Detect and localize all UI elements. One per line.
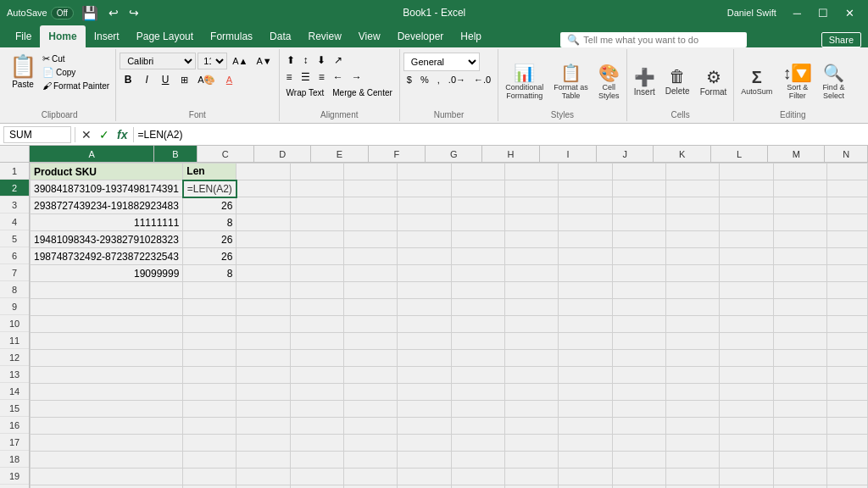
tab-home[interactable]: Home (40, 25, 85, 47)
row-header-2[interactable]: 2 (0, 180, 29, 197)
autosave-toggle[interactable]: Off (51, 7, 74, 19)
cell-b5[interactable]: 26 (183, 231, 236, 248)
cell-d1[interactable] (290, 164, 343, 180)
row-header-9[interactable]: 9 (0, 298, 29, 315)
borders-button[interactable]: ⊞ (175, 71, 192, 88)
merge-center-button[interactable]: Merge & Center (329, 86, 396, 99)
increase-decimal-button[interactable]: .0→ (445, 73, 469, 86)
row-header-20[interactable]: 20 (0, 485, 29, 488)
col-header-a[interactable]: A (30, 146, 154, 162)
cell-g5[interactable] (451, 231, 504, 248)
cell-d5[interactable] (290, 231, 343, 248)
save-button[interactable]: 💾 (79, 3, 101, 23)
cell-e3[interactable] (344, 197, 398, 214)
cell-m7[interactable] (773, 265, 826, 282)
cell-b2[interactable]: =LEN(A2) (183, 180, 236, 197)
cell-j3[interactable] (612, 197, 665, 214)
cell-a3[interactable]: 2938727439234-191882923483 (31, 197, 183, 214)
cell-n5[interactable] (826, 231, 867, 248)
tab-file[interactable]: File (7, 25, 40, 47)
cell-k6[interactable] (665, 248, 719, 265)
row-header-16[interactable]: 16 (0, 417, 29, 434)
cell-n3[interactable] (826, 197, 867, 214)
col-header-b[interactable]: B (154, 146, 198, 162)
increase-indent-button[interactable]: → (348, 69, 365, 85)
align-middle-button[interactable]: ↕ (300, 53, 312, 68)
fill-color-button[interactable]: A🎨 (194, 71, 219, 88)
col-header-g[interactable]: G (426, 146, 482, 162)
cell-c5[interactable] (236, 231, 290, 248)
cell-m3[interactable] (773, 197, 826, 214)
cell-d4[interactable] (290, 214, 343, 231)
number-format-select[interactable]: General (403, 53, 480, 71)
row-header-15[interactable]: 15 (0, 400, 29, 417)
cell-l3[interactable] (720, 197, 773, 214)
cell-g7[interactable] (451, 265, 504, 282)
cell-d6[interactable] (290, 248, 343, 265)
cell-h1[interactable] (505, 164, 559, 180)
cell-i5[interactable] (559, 231, 612, 248)
font-family-select[interactable]: Calibri (120, 53, 196, 69)
tab-help[interactable]: Help (452, 25, 490, 47)
restore-button[interactable]: ☐ (811, 3, 835, 23)
redo-button[interactable]: ↪ (126, 4, 142, 21)
row-header-13[interactable]: 13 (0, 366, 29, 383)
cell-k3[interactable] (665, 197, 719, 214)
cut-button[interactable]: ✂Cut (40, 53, 112, 65)
cell-g4[interactable] (451, 214, 504, 231)
cell-l1[interactable] (720, 164, 773, 180)
cell-i2[interactable] (559, 180, 612, 197)
comma-button[interactable]: , (434, 73, 443, 86)
cell-f4[interactable] (398, 214, 451, 231)
conditional-formatting-button[interactable]: 📊 ConditionalFormatting (502, 61, 547, 102)
tab-insert[interactable]: Insert (86, 25, 128, 47)
col-header-l[interactable]: L (711, 146, 768, 162)
cell-h3[interactable] (505, 197, 559, 214)
row-header-7[interactable]: 7 (0, 264, 29, 281)
cell-a1[interactable]: Product SKU (31, 164, 183, 180)
col-header-k[interactable]: K (654, 146, 710, 162)
cell-h5[interactable] (505, 231, 559, 248)
cell-c1[interactable] (236, 164, 290, 180)
tab-formulas[interactable]: Formulas (202, 25, 261, 47)
font-color-button[interactable]: A (220, 71, 237, 88)
find-select-button[interactable]: 🔍 Find &Select (819, 61, 848, 102)
cell-h4[interactable] (505, 214, 559, 231)
row-header-10[interactable]: 10 (0, 315, 29, 332)
cell-h2[interactable] (505, 180, 559, 197)
cell-b7[interactable]: 8 (183, 265, 236, 282)
font-size-select[interactable]: 11 (198, 53, 227, 69)
cell-m6[interactable] (773, 248, 826, 265)
cell-b6[interactable]: 26 (183, 248, 236, 265)
cell-l2[interactable] (720, 180, 773, 197)
align-bottom-button[interactable]: ⬇ (314, 53, 329, 68)
format-painter-button[interactable]: 🖌Format Painter (40, 80, 112, 92)
row-header-12[interactable]: 12 (0, 349, 29, 366)
sort-filter-button[interactable]: ↕🔽 Sort &Filter (779, 61, 815, 102)
col-header-i[interactable]: I (540, 146, 597, 162)
cell-a8[interactable] (31, 282, 183, 299)
minimize-button[interactable]: ─ (787, 3, 808, 23)
col-header-e[interactable]: E (311, 146, 368, 162)
wrap-text-button[interactable]: Wrap Text (283, 86, 328, 99)
row-header-6[interactable]: 6 (0, 247, 29, 264)
autosum-button[interactable]: Σ AutoSum (737, 66, 776, 97)
cell-l7[interactable] (720, 265, 773, 282)
cell-k7[interactable] (665, 265, 719, 282)
tell-me-input[interactable] (583, 35, 736, 45)
insert-button[interactable]: ➕ Insert (631, 65, 659, 98)
cell-a6[interactable]: 198748732492-8723872232543 (31, 248, 183, 265)
cell-j1[interactable] (612, 164, 665, 180)
cell-j6[interactable] (612, 248, 665, 265)
cell-f6[interactable] (398, 248, 451, 265)
formula-input[interactable] (137, 129, 865, 141)
cell-e5[interactable] (344, 231, 398, 248)
cell-f1[interactable] (398, 164, 451, 180)
cell-n7[interactable] (826, 265, 867, 282)
cell-n6[interactable] (826, 248, 867, 265)
row-header-8[interactable]: 8 (0, 281, 29, 298)
row-header-11[interactable]: 11 (0, 332, 29, 349)
cell-b8[interactable] (183, 282, 236, 299)
tab-developer[interactable]: Developer (389, 25, 453, 47)
cell-h6[interactable] (505, 248, 559, 265)
